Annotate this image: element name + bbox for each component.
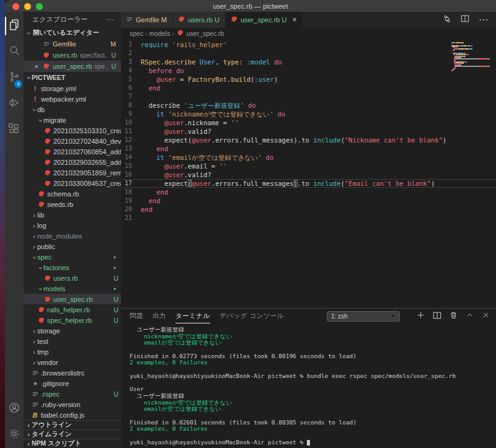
- minimap[interactable]: [451, 42, 490, 73]
- tree-item-user-spec-rb[interactable]: user_spec.rbU: [24, 294, 121, 304]
- tab-Gemfile[interactable]: Gemfile M: [121, 12, 173, 28]
- maximize-panel-button[interactable]: [466, 311, 474, 321]
- terminal-cursor: [307, 440, 310, 446]
- new-terminal-button[interactable]: [417, 311, 425, 321]
- code-line-10[interactable]: 10 @user.nickname = '': [121, 118, 496, 127]
- code-line-5[interactable]: 5 @user = FactoryBot.build(:user): [121, 75, 496, 84]
- tree-item-spec[interactable]: ›spec●: [24, 252, 121, 262]
- project-section-header[interactable]: › PICTWEET: [24, 72, 121, 83]
- code-line-19[interactable]: 19 end: [121, 196, 496, 205]
- close-icon[interactable]: ×: [24, 63, 40, 70]
- close-panel-button[interactable]: [482, 311, 490, 321]
- tree-item-20210330084537-crea-[interactable]: 20210330084537_crea...: [24, 178, 121, 188]
- tree-item-models[interactable]: ›models●: [24, 283, 121, 294]
- code-line-21[interactable]: 21: [121, 214, 496, 222]
- terminal-shell-select[interactable]: 1: zsh: [327, 311, 400, 322]
- editor-tab-bar: Gemfile Musers.rb Uuser_spec.rb U×···: [121, 12, 496, 28]
- tree-item-db[interactable]: ›db: [24, 104, 121, 115]
- tree-item-20210327060854-add-[interactable]: 20210327060854_add...: [24, 146, 121, 157]
- code-line-11[interactable]: 11 @user.valid?: [121, 127, 496, 136]
- code-line-1[interactable]: 1require 'rails_helper': [121, 40, 496, 49]
- code-line-3[interactable]: 3RSpec.describe User, type: :model do: [121, 58, 496, 66]
- code-line-8[interactable]: 8 describe 'ユーザー新規登録' do: [121, 101, 496, 110]
- breadcrumb-item[interactable]: user_spec.rb: [187, 30, 224, 37]
- open-editor-item[interactable]: users.rbspec/fact...U: [24, 50, 121, 61]
- sidebar-section-アウトライン[interactable]: ›アウトライン: [24, 420, 121, 429]
- tree-item-migrate[interactable]: ›migrate: [24, 115, 121, 125]
- tree-item-spec-helper-rb[interactable]: spec_helper.rbU: [24, 315, 121, 325]
- code-line-12[interactable]: 12 expect(@user.errors.full_messages).to…: [121, 136, 496, 144]
- open-editor-item[interactable]: GemfileM: [24, 38, 121, 50]
- activity-extensions-button[interactable]: [5, 117, 24, 143]
- code-line-17[interactable]: 17 expect(@user.errors.full_messages).to…: [121, 179, 496, 188]
- tree-item-babel-config-js[interactable]: Bbabel.config.js: [24, 410, 121, 420]
- activity-source-control-button[interactable]: 9: [5, 65, 24, 91]
- tree-item-tmp[interactable]: ›tmp: [24, 346, 121, 357]
- tree-item-users-rb[interactable]: users.rbU: [24, 273, 121, 283]
- tree-item--rspec[interactable]: .rspecU: [24, 389, 121, 399]
- terminal-line: yuki_hayashi@hayashiyuukinoMacBook-Air p…: [130, 373, 496, 380]
- sidebar-section-タイムライン[interactable]: ›タイムライン: [24, 429, 121, 439]
- activity-run-debug-button[interactable]: [5, 91, 24, 117]
- terminal-output[interactable]: ユーザー新規登録 nicknameが空では登録できない emailが空では登録で…: [121, 323, 496, 448]
- code-line-9[interactable]: 9 it 'nicknameが空では登録できない' do: [121, 110, 496, 118]
- tab-user_spec.rb[interactable]: user_spec.rb U×: [226, 12, 303, 28]
- open-editors-section[interactable]: › 開いているエディター: [24, 27, 121, 38]
- tree-item--browserslistrc[interactable]: .browserslistrc: [24, 367, 121, 378]
- tree-item-20210329051859-rem-[interactable]: 20210329051859_rem...: [24, 167, 121, 178]
- tab-users.rb[interactable]: users.rb U: [173, 12, 226, 28]
- tree-item-public[interactable]: ›public: [24, 241, 121, 252]
- code-editor[interactable]: 1require 'rails_helper'23RSpec.describe …: [121, 39, 496, 308]
- tree-item-test[interactable]: ›test: [24, 336, 121, 346]
- open-editor-item[interactable]: ×user_spec.rbspe...U: [24, 61, 121, 72]
- code-line-20[interactable]: 20end: [121, 205, 496, 214]
- tree-item-lib[interactable]: ›lib: [24, 209, 121, 220]
- tree-item-node-modules[interactable]: ›node_modules: [24, 231, 121, 241]
- tree-item-webpacker-yml[interactable]: !webpacker.yml: [24, 94, 121, 104]
- open-changes-button[interactable]: [443, 14, 451, 26]
- kill-terminal-button[interactable]: [450, 311, 458, 321]
- tree-item-20210327024840-devi-[interactable]: 20210327024840_devi...: [24, 136, 121, 146]
- more-actions-icon[interactable]: ···: [479, 14, 489, 25]
- title-bar[interactable]: user_spec.rb — pictweet: [5, 0, 496, 12]
- tree-item--gitignore[interactable]: .gitignore: [24, 378, 121, 389]
- code-line-15[interactable]: 15 @user.email = '': [121, 162, 496, 170]
- sidebar-section-NPM スクリプト[interactable]: ›NPM スクリプト: [24, 439, 121, 448]
- breadcrumb-item[interactable]: models: [149, 30, 170, 37]
- panel-tab-ターミナル[interactable]: ターミナル: [175, 309, 210, 323]
- more-actions-icon[interactable]: ···: [106, 15, 115, 23]
- activity-account-button[interactable]: [5, 396, 24, 422]
- split-terminal-button[interactable]: [433, 311, 441, 322]
- breadcrumb[interactable]: spec›models›user_spec.rb: [121, 28, 496, 39]
- split-editor-button[interactable]: [461, 14, 469, 25]
- tree-item-20210325103310-creat-[interactable]: 20210325103310_creat...: [24, 125, 121, 136]
- activity-search-button[interactable]: [5, 39, 24, 65]
- tree-item-20210329032655-add-[interactable]: 20210329032655_add...: [24, 157, 121, 167]
- account-icon: [7, 401, 21, 417]
- tree-item-log[interactable]: ›log: [24, 220, 121, 231]
- code-line-16[interactable]: 16 @user.valid?: [121, 170, 496, 179]
- tree-item--ruby-version[interactable]: .ruby-version: [24, 399, 121, 410]
- tree-item-rails-helper-rb[interactable]: rails_helper.rbU: [24, 304, 121, 315]
- activity-explorer-button[interactable]: [5, 13, 24, 39]
- line-number: 15: [121, 162, 141, 170]
- code-line-7[interactable]: 7: [121, 92, 496, 101]
- code-line-14[interactable]: 14 it 'emailが空では登録できない' do: [121, 153, 496, 162]
- panel-tab-出力[interactable]: 出力: [153, 309, 166, 323]
- code-line-18[interactable]: 18 end: [121, 188, 496, 196]
- tree-item-vendor[interactable]: ›vendor: [24, 357, 121, 367]
- activity-settings-button[interactable]: [5, 422, 24, 448]
- close-icon[interactable]: ×: [292, 15, 296, 24]
- code-line-13[interactable]: 13 end: [121, 144, 496, 153]
- tree-item-seeds-rb[interactable]: seeds.rb: [24, 199, 121, 209]
- code-line-2[interactable]: 2: [121, 49, 496, 58]
- panel-tab-問題[interactable]: 問題: [130, 309, 143, 323]
- breadcrumb-item[interactable]: spec: [130, 30, 143, 37]
- code-line-6[interactable]: 6 end: [121, 84, 496, 92]
- tree-item-storage[interactable]: ›storage: [24, 325, 121, 336]
- tree-item-schema-rb[interactable]: schema.rb: [24, 188, 121, 199]
- tree-item-storage-yml[interactable]: !storage.yml: [24, 83, 121, 94]
- tree-item-factories[interactable]: ›factories●: [24, 262, 121, 273]
- code-line-4[interactable]: 4 before do: [121, 66, 496, 75]
- panel-tab-デバッグ コンソール[interactable]: デバッグ コンソール: [219, 309, 284, 323]
